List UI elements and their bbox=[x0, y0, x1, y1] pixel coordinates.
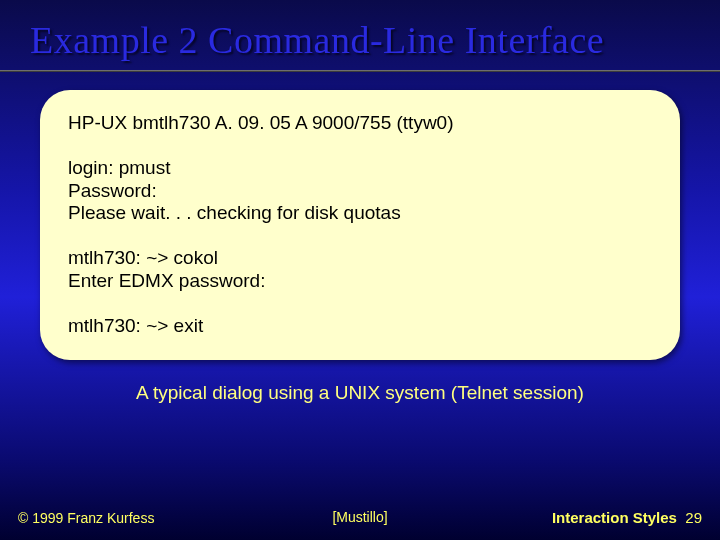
slide-title: Example 2 Command-Line Interface bbox=[0, 0, 720, 70]
footer-pagenum: 29 bbox=[685, 509, 702, 526]
slide-caption: A typical dialog using a UNIX system (Te… bbox=[0, 382, 720, 404]
spacer bbox=[68, 225, 652, 247]
footer-copyright: © 1999 Franz Kurfess bbox=[18, 510, 154, 526]
terminal-line: HP-UX bmtlh730 A. 09. 05 A 9000/755 (tty… bbox=[68, 112, 652, 135]
title-underline bbox=[0, 70, 720, 72]
terminal-box: HP-UX bmtlh730 A. 09. 05 A 9000/755 (tty… bbox=[40, 90, 680, 360]
footer-page: Interaction Styles 29 bbox=[552, 509, 702, 526]
footer: © 1999 Franz Kurfess [Mustillo] Interact… bbox=[0, 509, 720, 526]
footer-source: [Mustillo] bbox=[332, 509, 387, 525]
terminal-line: Please wait. . . checking for disk quota… bbox=[68, 202, 652, 225]
footer-section: Interaction Styles bbox=[552, 509, 677, 526]
terminal-line: mtlh730: ~> exit bbox=[68, 315, 652, 338]
terminal-line: login: pmust bbox=[68, 157, 652, 180]
spacer bbox=[68, 293, 652, 315]
terminal-line: Enter EDMX password: bbox=[68, 270, 652, 293]
terminal-line: Password: bbox=[68, 180, 652, 203]
terminal-line: mtlh730: ~> cokol bbox=[68, 247, 652, 270]
slide: Example 2 Command-Line Interface HP-UX b… bbox=[0, 0, 720, 540]
spacer bbox=[68, 135, 652, 157]
